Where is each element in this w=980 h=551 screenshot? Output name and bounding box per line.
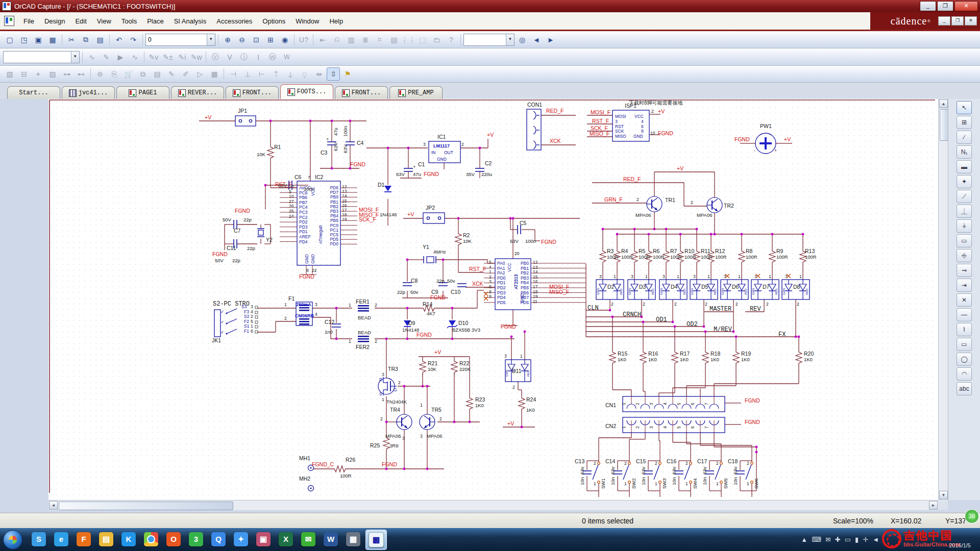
notification-badge[interactable]: 38: [965, 509, 979, 523]
menu-view[interactable]: View: [92, 15, 116, 27]
scroll-right-arrow[interactable]: ►: [929, 501, 938, 510]
tab-page1[interactable]: PAGE1: [116, 86, 169, 99]
area-select-icon[interactable]: ⬚: [416, 33, 429, 46]
edit-props-icon[interactable]: ✎: [165, 67, 178, 81]
menu-edit[interactable]: Edit: [70, 15, 91, 27]
route-icon[interactable]: ⊜: [93, 67, 107, 81]
place-port-tool[interactable]: ⎆: [957, 249, 972, 262]
part-manager-icon[interactable]: ⊟: [17, 67, 31, 81]
place-hier-block-tool[interactable]: ▭: [957, 234, 972, 247]
menu-accessories[interactable]: Accessories: [211, 15, 257, 27]
bias-w-icon[interactable]: Ⓦ: [266, 51, 279, 64]
model-editor-icon[interactable]: ▧: [3, 67, 16, 81]
attach-icon[interactable]: ⊶: [60, 67, 74, 81]
zoom-region-icon[interactable]: ⊡: [250, 33, 263, 46]
zoom-combo[interactable]: ▼: [145, 34, 215, 46]
place-junction-tool[interactable]: ✦: [957, 175, 972, 188]
distribute-v-icon[interactable]: ⇳: [327, 67, 340, 81]
wps-word-icon[interactable]: W: [321, 530, 341, 549]
menu-file[interactable]: File: [18, 15, 39, 27]
power-marker-icon[interactable]: ✎w: [190, 51, 203, 64]
place-polyline-tool[interactable]: ⌇: [957, 323, 972, 336]
fisheye-icon[interactable]: ◉: [278, 33, 291, 46]
tag-icon[interactable]: ⚑: [341, 67, 354, 81]
minimize-button[interactable]: _: [920, 1, 936, 11]
tab-rever[interactable]: REVER...: [171, 86, 224, 99]
search-combo[interactable]: ▼: [463, 34, 514, 46]
update-properties-icon[interactable]: ⎌: [330, 33, 344, 46]
align-left-icon[interactable]: ⊣: [227, 67, 240, 81]
tab-start[interactable]: Start...: [7, 86, 60, 99]
menu-options[interactable]: Options: [257, 15, 290, 27]
edit-sim-profile-icon[interactable]: ✎: [100, 51, 113, 64]
new-sim-profile-icon[interactable]: ∿: [85, 51, 99, 64]
menu-tools[interactable]: Tools: [116, 15, 142, 27]
select-tool[interactable]: ↖: [957, 101, 972, 114]
create-netlist-icon[interactable]: ≣: [359, 33, 372, 46]
undo-icon[interactable]: ↶: [112, 33, 126, 46]
place-rect-tool[interactable]: ▭: [957, 338, 972, 351]
place-arc-tool[interactable]: ◠: [957, 367, 972, 381]
schematic-canvas[interactable]: ✓✓✓GRNREDD2312GRNREDD3312GRNREDD4312GRNR…: [48, 99, 938, 500]
menu-si-analysis[interactable]: SI Analysis: [169, 15, 212, 27]
place-offpage-tool[interactable]: ⇥: [957, 279, 972, 292]
place-text-tool[interactable]: abc: [957, 382, 972, 395]
place-net-alias-tool[interactable]: N₁: [957, 145, 972, 159]
place-part-tool[interactable]: ⊞: [957, 116, 972, 129]
toggle-i-icon[interactable]: Ⅰ: [252, 51, 265, 64]
hidden-icons-arrow[interactable]: ▲: [801, 536, 807, 543]
design-rules-icon[interactable]: ▥: [345, 33, 358, 46]
tab-pre_amp[interactable]: PRE_AMP: [389, 86, 443, 99]
doc-icon[interactable]: ▷: [193, 67, 207, 81]
network-icon[interactable]: ▭: [845, 536, 851, 543]
orcad-capture-icon[interactable]: ▦: [365, 530, 387, 550]
tab-foots[interactable]: FOOTS...: [280, 84, 333, 99]
cross-reference-icon[interactable]: ⌗: [373, 33, 386, 46]
vscroll-thumb[interactable]: [940, 109, 948, 141]
zoom-in-icon[interactable]: ⊕: [221, 33, 234, 46]
scroll-down-arrow[interactable]: ▼: [939, 491, 948, 499]
safari-icon[interactable]: ✦: [231, 530, 251, 549]
highlight-icon[interactable]: ▨: [46, 67, 59, 81]
redo-icon[interactable]: ↷: [127, 33, 140, 46]
sogou-browser-icon[interactable]: S: [29, 530, 49, 549]
copy-icon[interactable]: ⧉: [79, 33, 92, 46]
zoom-all-icon[interactable]: ⊞: [264, 33, 277, 46]
photos-icon[interactable]: ▣: [253, 530, 274, 549]
paste-icon[interactable]: ▤: [93, 33, 107, 46]
opera-icon[interactable]: O: [163, 530, 184, 549]
help-icon[interactable]: ?: [445, 33, 458, 46]
chrome-icon[interactable]: [141, 530, 161, 549]
bom-icon[interactable]: ▤: [387, 33, 401, 46]
menu-window[interactable]: Window: [290, 15, 324, 27]
qq-browser-icon[interactable]: Q: [208, 530, 229, 549]
place-bus-tool[interactable]: ▬: [957, 160, 972, 173]
back-icon[interactable]: ◄: [530, 33, 543, 46]
excel-icon[interactable]: X: [276, 530, 296, 549]
browse-icon[interactable]: ⌖: [32, 67, 45, 81]
back-annotate-icon[interactable]: ⇤: [316, 33, 329, 46]
align-center-icon[interactable]: ⊥: [241, 67, 254, 81]
volume-icon[interactable]: ◄: [872, 536, 879, 543]
place-bus-entry-tool[interactable]: ⟋: [957, 190, 972, 203]
wechat-icon[interactable]: ✉: [298, 530, 318, 549]
save-icon[interactable]: ▣: [32, 33, 45, 46]
spreadsheet-icon[interactable]: ▦: [208, 67, 221, 81]
search-combo-dropdown-arrow[interactable]: ▼: [506, 34, 514, 45]
part-reference-icon[interactable]: U?: [297, 33, 310, 46]
zoom-combo-input[interactable]: [146, 36, 207, 44]
menu-place[interactable]: Place: [142, 15, 169, 27]
place-ground-tool[interactable]: ⏚: [957, 219, 972, 233]
ie-icon[interactable]: e: [51, 530, 71, 549]
snap-grid-icon[interactable]: ⋮⋮: [402, 33, 415, 46]
close-button[interactable]: ✕: [954, 1, 978, 11]
maximize-button[interactable]: ❐: [937, 1, 953, 11]
mdi-restore-button[interactable]: ❐: [951, 16, 964, 26]
menu-design[interactable]: Design: [39, 15, 70, 27]
export-icon[interactable]: ⧉: [136, 67, 150, 81]
search-binoculars-icon[interactable]: ◎: [516, 33, 529, 46]
bias-i-icon[interactable]: Ⓘ: [237, 51, 251, 64]
current-marker-icon[interactable]: ✎i: [176, 51, 189, 64]
print-icon[interactable]: ▦: [46, 33, 59, 46]
new-icon[interactable]: ▢: [3, 33, 16, 46]
